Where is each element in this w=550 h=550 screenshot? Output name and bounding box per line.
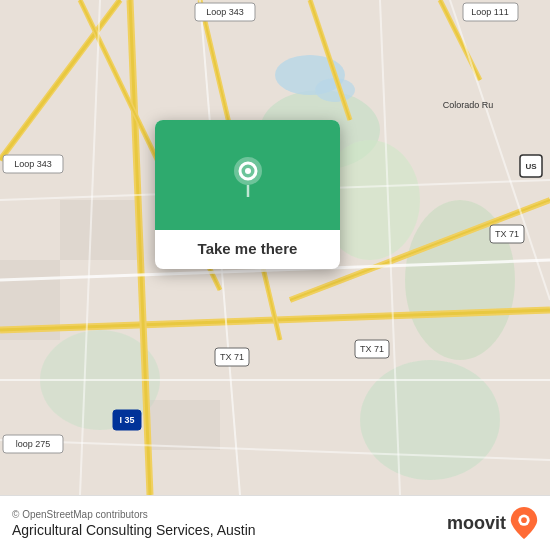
svg-text:Loop 343: Loop 343	[14, 159, 52, 169]
svg-text:TX 71: TX 71	[495, 229, 519, 239]
popup-bottom[interactable]: Take me there	[155, 230, 340, 269]
svg-text:US: US	[525, 162, 537, 171]
svg-text:Loop 343: Loop 343	[206, 7, 244, 17]
moovit-pin-icon	[510, 507, 538, 539]
location-pin-icon	[226, 153, 270, 197]
bottom-left-info: © OpenStreetMap contributors Agricultura…	[12, 509, 256, 538]
map-container: Loop 343 Loop 343 Loop 111 Colorado Ru U…	[0, 0, 550, 495]
svg-rect-10	[150, 400, 220, 450]
svg-point-3	[405, 200, 515, 360]
popup-card: Take me there	[155, 120, 340, 269]
take-me-there-button[interactable]: Take me there	[198, 240, 298, 257]
osm-credit: © OpenStreetMap contributors	[12, 509, 256, 520]
svg-point-59	[521, 517, 527, 523]
svg-text:loop 275: loop 275	[16, 439, 51, 449]
svg-text:Loop 111: Loop 111	[471, 7, 509, 17]
popup-header	[155, 120, 340, 230]
moovit-logo: moovit	[447, 507, 538, 539]
moovit-label: moovit	[447, 513, 506, 534]
svg-text:TX 71: TX 71	[220, 352, 244, 362]
bottom-bar: © OpenStreetMap contributors Agricultura…	[0, 495, 550, 550]
svg-text:Colorado Ru: Colorado Ru	[443, 100, 494, 110]
svg-point-56	[245, 168, 251, 174]
svg-point-5	[360, 360, 500, 480]
svg-text:I 35: I 35	[119, 415, 134, 425]
location-name: Agricultural Consulting Services, Austin	[12, 522, 256, 538]
svg-text:TX 71: TX 71	[360, 344, 384, 354]
svg-rect-8	[60, 200, 140, 260]
